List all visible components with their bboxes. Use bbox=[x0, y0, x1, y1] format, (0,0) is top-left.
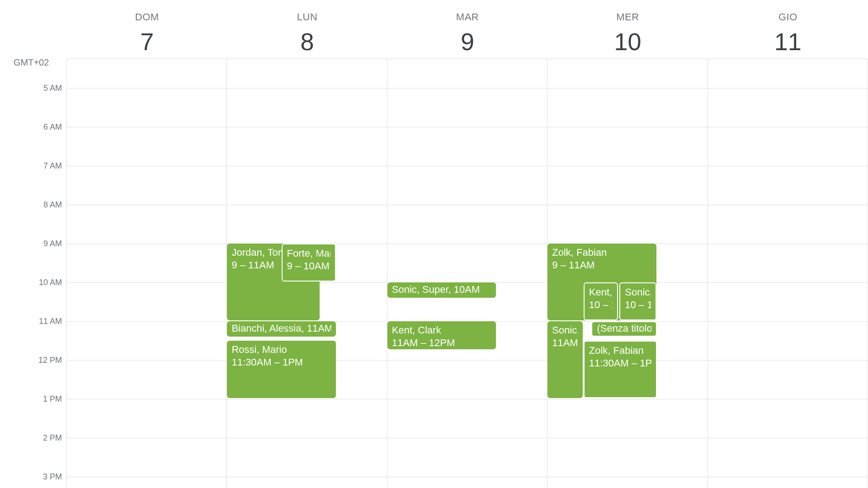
calendar-event[interactable]: Forte, Marco9 – 10AM bbox=[282, 244, 336, 282]
calendar-event[interactable]: Zolk, Fabian11:30AM – 1PM bbox=[584, 341, 657, 398]
event-title: Kent, Clark bbox=[392, 324, 491, 337]
event-time: 9 – 10AM bbox=[287, 260, 330, 273]
event-title: Bianchi, Alessia, 11AM bbox=[231, 322, 331, 335]
event-time: 11:30AM – 1PM bbox=[589, 357, 652, 370]
event-title: Zolk, Fabian bbox=[589, 344, 652, 357]
event-title: Sonic, Super bbox=[625, 286, 651, 299]
timezone-column: GMT+02 bbox=[0, 0, 67, 59]
event-title: Zolk, Fabian bbox=[552, 246, 651, 259]
day-header[interactable]: MER10 bbox=[547, 0, 708, 59]
events-area: Jordan, Tom9 – 11AMForte, Marco9 – 10AMB… bbox=[67, 59, 868, 488]
calendar-header: GMT+02 DOM7LUN8MAR9MER10GIO11 bbox=[0, 0, 868, 59]
time-column: 5 AM6 AM7 AM8 AM9 AM10 AM11 AM12 PM1 PM2… bbox=[0, 59, 67, 488]
day-of-week-label: GIO bbox=[708, 11, 868, 23]
day-number: 9 bbox=[387, 28, 547, 56]
event-title: Kent, Clark bbox=[589, 286, 613, 299]
event-title: (Senza titolo), 11 bbox=[597, 322, 651, 335]
day-column[interactable]: Zolk, Fabian9 – 11AMKent, Clark10 – 11:3… bbox=[547, 59, 708, 488]
day-number: 8 bbox=[227, 28, 387, 56]
day-headers: DOM7LUN8MAR9MER10GIO11 bbox=[67, 0, 868, 59]
hour-label: 9 AM bbox=[43, 239, 62, 248]
event-title: Forte, Marco bbox=[287, 247, 330, 260]
event-time: 11AM – bbox=[552, 337, 578, 350]
event-title: Sonic, Super, 10AM bbox=[392, 283, 480, 296]
day-of-week-label: LUN bbox=[227, 11, 387, 23]
event-time: 9 – 11AM bbox=[552, 259, 651, 272]
hour-label: 5 AM bbox=[43, 83, 62, 93]
event-time: 11AM – 12PM bbox=[392, 337, 491, 349]
hour-label: 2 PM bbox=[43, 433, 62, 442]
hour-label: 8 AM bbox=[43, 200, 62, 209]
hour-label: 7 AM bbox=[43, 161, 62, 170]
hour-label: 1 PM bbox=[43, 394, 62, 404]
event-time: 11:30AM – 1PM bbox=[231, 356, 331, 369]
day-number: 10 bbox=[547, 28, 708, 56]
day-number: 11 bbox=[708, 28, 868, 56]
day-number: 7 bbox=[67, 28, 227, 56]
day-header[interactable]: DOM7 bbox=[67, 0, 227, 59]
calendar-event[interactable]: Sonic, Super10 – 11AM bbox=[619, 282, 656, 320]
day-header[interactable]: LUN8 bbox=[227, 0, 387, 59]
calendar-event[interactable]: Sonic, Super11AM – bbox=[547, 321, 583, 398]
day-of-week-label: MER bbox=[547, 11, 708, 23]
day-header[interactable]: GIO11 bbox=[708, 0, 868, 59]
day-of-week-label: DOM bbox=[67, 11, 227, 23]
day-column[interactable]: Jordan, Tom9 – 11AMForte, Marco9 – 10AMB… bbox=[227, 59, 387, 488]
day-column[interactable] bbox=[708, 59, 868, 488]
hour-label: 10 AM bbox=[39, 277, 62, 287]
event-time: 10 – 11AM bbox=[625, 299, 651, 312]
hour-label: 3 PM bbox=[43, 472, 62, 481]
event-time: 10 – 11:30 bbox=[589, 299, 613, 312]
calendar-event[interactable]: Rossi, Mario11:30AM – 1PM bbox=[227, 341, 335, 398]
calendar-event[interactable]: (Senza titolo), 11 bbox=[591, 321, 657, 337]
event-title: Rossi, Mario bbox=[231, 343, 331, 357]
calendar-week-view: GMT+02 DOM7LUN8MAR9MER10GIO11 5 AM6 AM7 … bbox=[0, 0, 868, 488]
day-column[interactable] bbox=[67, 59, 227, 488]
hour-label: 12 PM bbox=[38, 355, 62, 365]
calendar-event[interactable]: Sonic, Super, 10AM bbox=[387, 282, 496, 298]
day-header[interactable]: MAR9 bbox=[387, 0, 547, 59]
day-column[interactable]: Sonic, Super, 10AMKent, Clark11AM – 12PM bbox=[387, 59, 547, 488]
calendar-event[interactable]: Kent, Clark10 – 11:30 bbox=[584, 282, 618, 320]
day-of-week-label: MAR bbox=[387, 11, 547, 23]
event-title: Sonic, Super bbox=[552, 324, 578, 337]
hour-label: 6 AM bbox=[43, 122, 62, 131]
calendar-grid: 5 AM6 AM7 AM8 AM9 AM10 AM11 AM12 PM1 PM2… bbox=[0, 59, 868, 488]
calendar-event[interactable]: Bianchi, Alessia, 11AM bbox=[227, 321, 335, 337]
hour-label: 11 AM bbox=[39, 316, 62, 326]
calendar-event[interactable]: Kent, Clark11AM – 12PM bbox=[387, 321, 496, 350]
